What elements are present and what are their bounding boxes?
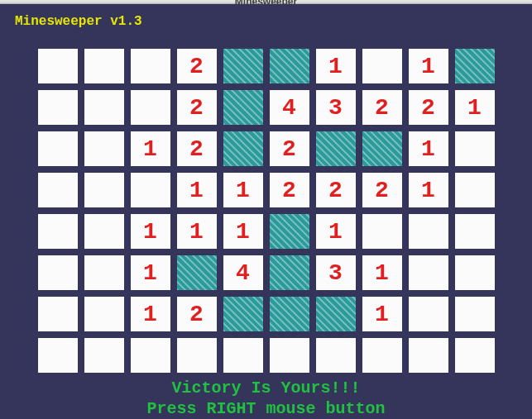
empty-cell[interactable] [409, 214, 448, 249]
number-cell[interactable]: 2 [270, 173, 309, 207]
mine-cell[interactable] [270, 255, 309, 290]
empty-cell[interactable] [362, 214, 402, 249]
mine-cell[interactable] [223, 131, 263, 166]
empty-cell[interactable] [84, 255, 124, 290]
empty-cell[interactable] [177, 338, 217, 373]
empty-cell[interactable] [131, 338, 170, 373]
mine-cell[interactable] [316, 131, 356, 166]
mine-cell[interactable] [270, 49, 309, 83]
number-cell[interactable]: 2 [409, 90, 448, 125]
number-cell[interactable]: 1 [223, 173, 263, 207]
mine-cell[interactable] [270, 214, 309, 249]
number-cell[interactable]: 2 [362, 173, 402, 207]
empty-cell[interactable] [409, 338, 448, 373]
empty-cell[interactable] [84, 173, 124, 207]
mine-cell[interactable] [270, 297, 309, 331]
empty-cell[interactable] [409, 297, 448, 331]
empty-cell[interactable] [38, 214, 78, 249]
empty-cell[interactable] [84, 214, 124, 249]
game-area: Minesweeper v1.3 21124322112211122211111… [0, 4, 532, 419]
number-cell[interactable]: 3 [316, 90, 356, 125]
empty-cell[interactable] [38, 90, 78, 125]
number-cell[interactable]: 2 [177, 49, 217, 83]
victory-text: Victory Is Yours!!! [0, 378, 532, 398]
mine-cell[interactable] [223, 297, 263, 331]
mine-cell[interactable] [223, 49, 263, 83]
mine-cell[interactable] [177, 255, 217, 290]
empty-cell[interactable] [38, 297, 78, 331]
number-cell[interactable]: 1 [316, 49, 356, 83]
number-cell[interactable]: 1 [362, 297, 402, 331]
empty-cell[interactable] [84, 338, 124, 373]
empty-cell[interactable] [455, 297, 495, 331]
game-version: Minesweeper v1.3 [0, 14, 532, 29]
empty-cell[interactable] [84, 90, 124, 125]
empty-cell[interactable] [131, 173, 170, 207]
number-cell[interactable]: 1 [131, 255, 170, 290]
number-cell[interactable]: 1 [362, 255, 402, 290]
empty-cell[interactable] [270, 338, 309, 373]
number-cell[interactable]: 3 [316, 255, 356, 290]
number-cell[interactable]: 1 [131, 214, 170, 249]
empty-cell[interactable] [38, 49, 78, 83]
number-cell[interactable]: 1 [455, 90, 495, 125]
number-cell[interactable]: 2 [316, 173, 356, 207]
number-cell[interactable]: 1 [223, 214, 263, 249]
number-cell[interactable]: 1 [177, 173, 217, 207]
empty-cell[interactable] [362, 49, 402, 83]
empty-cell[interactable] [84, 131, 124, 166]
empty-cell[interactable] [455, 255, 495, 290]
mine-cell[interactable] [455, 49, 495, 83]
number-cell[interactable]: 1 [316, 214, 356, 249]
mine-grid: 211243221122111222111111431121 [36, 49, 496, 373]
number-cell[interactable]: 1 [409, 131, 448, 166]
empty-cell[interactable] [38, 173, 78, 207]
number-cell[interactable]: 2 [177, 131, 217, 166]
empty-cell[interactable] [362, 338, 402, 373]
number-cell[interactable]: 2 [270, 131, 309, 166]
empty-cell[interactable] [455, 214, 495, 249]
empty-cell[interactable] [84, 297, 124, 331]
number-cell[interactable]: 2 [177, 90, 217, 125]
number-cell[interactable]: 1 [409, 173, 448, 207]
empty-cell[interactable] [131, 90, 170, 125]
number-cell[interactable]: 1 [131, 131, 170, 166]
number-cell[interactable]: 1 [177, 214, 217, 249]
number-cell[interactable]: 1 [131, 297, 170, 331]
number-cell[interactable]: 1 [409, 49, 448, 83]
empty-cell[interactable] [38, 338, 78, 373]
number-cell[interactable]: 2 [177, 297, 217, 331]
number-cell[interactable]: 4 [270, 90, 309, 125]
empty-cell[interactable] [455, 338, 495, 373]
empty-cell[interactable] [84, 49, 124, 83]
status-message: Victory Is Yours!!! Press RIGHT mouse bu… [0, 378, 532, 419]
empty-cell[interactable] [455, 131, 495, 166]
number-cell[interactable]: 4 [223, 255, 263, 290]
mine-cell[interactable] [362, 131, 402, 166]
mine-cell[interactable] [223, 90, 263, 125]
empty-cell[interactable] [455, 173, 495, 207]
app-window: Minesweeper – × Minesweeper v1.3 2112432… [0, 0, 532, 419]
number-cell[interactable]: 2 [362, 90, 402, 125]
empty-cell[interactable] [409, 255, 448, 290]
instruction-text: Press RIGHT mouse button [0, 398, 532, 419]
empty-cell[interactable] [38, 255, 78, 290]
mine-cell[interactable] [316, 297, 356, 331]
empty-cell[interactable] [131, 49, 170, 83]
empty-cell[interactable] [38, 131, 78, 166]
empty-cell[interactable] [316, 338, 356, 373]
empty-cell[interactable] [223, 338, 263, 373]
